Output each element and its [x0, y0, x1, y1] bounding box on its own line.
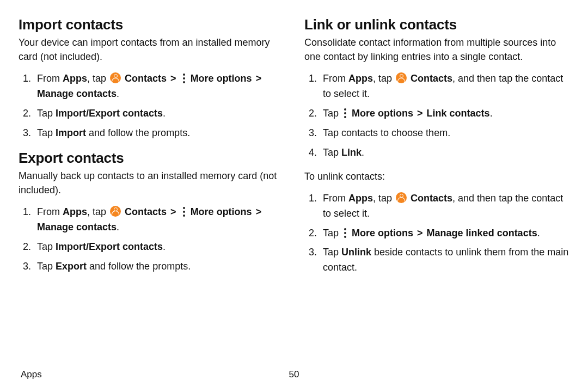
text: and follow the prompts.	[87, 261, 191, 272]
manage-linked-contacts-label: Manage linked contacts	[427, 228, 537, 238]
import-step-2: Tap Import/Export contacts.	[34, 106, 284, 121]
manage-contacts-label: Manage contacts	[37, 222, 117, 232]
contacts-icon	[396, 72, 407, 83]
left-column: Import contacts Your device can import c…	[19, 13, 284, 284]
more-options-icon	[342, 108, 348, 118]
text: From	[323, 73, 348, 84]
link-step-2: Tap More options > Link contacts.	[320, 106, 569, 121]
manage-contacts-label: Manage contacts	[37, 88, 117, 99]
chevron-icon: >	[169, 73, 177, 84]
unlink-intro: To unlink contacts:	[304, 169, 569, 183]
contacts-icon	[110, 72, 121, 83]
import-label: Import	[56, 127, 86, 138]
text: .	[362, 147, 364, 158]
contacts-label: Contacts	[411, 73, 452, 84]
text: Tap	[37, 127, 56, 138]
unlink-step-3: Tap Unlink beside contacts to unlink the…	[320, 245, 569, 275]
export-step-1: From Apps, tap Contacts > More options >…	[34, 205, 284, 235]
link-step-1: From Apps, tap Contacts, and then tap th…	[320, 71, 569, 102]
text: .	[117, 222, 119, 232]
text: Tap	[323, 247, 341, 258]
text: Tap	[37, 108, 56, 119]
export-step-3: Tap Export and follow the prompts.	[34, 259, 284, 274]
chevron-icon: >	[416, 228, 424, 238]
apps-label: Apps	[63, 73, 87, 84]
right-column: Link or unlink contacts Consolidate cont…	[304, 13, 569, 284]
import-export-label: Import/Export contacts	[56, 241, 163, 252]
text: .	[537, 228, 540, 238]
text: From	[37, 206, 63, 217]
more-options-icon	[342, 228, 348, 238]
text: Tap	[323, 108, 341, 119]
text: Tap	[37, 241, 56, 252]
import-contacts-heading: Import contacts	[19, 16, 284, 33]
text: From	[323, 193, 348, 204]
text: and follow the prompts.	[86, 127, 190, 138]
contacts-label: Contacts	[125, 206, 167, 217]
apps-label: Apps	[348, 193, 373, 204]
chevron-icon: >	[416, 108, 424, 119]
export-step-2: Tap Import/Export contacts.	[34, 240, 284, 255]
link-intro: Consolidate contact information from mul…	[304, 35, 569, 64]
link-step-4: Tap Link.	[320, 145, 569, 161]
more-options-label: More options	[352, 228, 413, 238]
text: Tap	[37, 261, 56, 272]
import-step-1: From Apps, tap Contacts > More options >…	[34, 71, 284, 102]
text: .	[117, 88, 119, 99]
link-steps: From Apps, tap Contacts, and then tap th…	[304, 71, 569, 160]
link-step-3: Tap contacts to choose them.	[320, 126, 569, 141]
text: .	[163, 241, 166, 252]
more-options-icon	[181, 74, 187, 83]
link-unlink-heading: Link or unlink contacts	[304, 16, 569, 33]
export-contacts-heading: Export contacts	[19, 150, 284, 167]
more-options-label: More options	[191, 73, 252, 84]
text: , tap	[373, 193, 395, 204]
text: From	[37, 73, 63, 84]
chevron-icon: >	[255, 73, 263, 84]
import-steps: From Apps, tap Contacts > More options >…	[19, 71, 284, 141]
link-contacts-label: Link contacts	[427, 108, 490, 119]
contacts-icon	[110, 206, 121, 217]
chevron-icon: >	[255, 206, 263, 217]
contacts-icon	[396, 192, 407, 203]
link-label: Link	[341, 147, 362, 158]
chevron-icon: >	[169, 206, 177, 217]
page: Import contacts Your device can import c…	[0, 0, 588, 392]
text: Tap contacts to choose them.	[323, 127, 450, 138]
text: .	[163, 108, 166, 119]
export-steps: From Apps, tap Contacts > More options >…	[19, 205, 284, 274]
apps-label: Apps	[63, 206, 87, 217]
text: , tap	[87, 206, 109, 217]
text: .	[490, 108, 493, 119]
export-label: Export	[56, 261, 87, 272]
unlink-step-1: From Apps, tap Contacts, and then tap th…	[320, 191, 569, 222]
text: Tap	[323, 147, 341, 158]
import-step-3: Tap Import and follow the prompts.	[34, 126, 284, 141]
contacts-label: Contacts	[411, 193, 452, 204]
apps-label: Apps	[348, 73, 373, 84]
more-options-label: More options	[191, 206, 252, 217]
unlink-label: Unlink	[341, 247, 371, 258]
import-export-label: Import/Export contacts	[56, 108, 163, 119]
contacts-label: Contacts	[125, 73, 167, 84]
columns: Import contacts Your device can import c…	[19, 13, 569, 284]
unlink-steps: From Apps, tap Contacts, and then tap th…	[304, 191, 569, 275]
page-number: 50	[289, 369, 299, 380]
text: , tap	[87, 73, 109, 84]
more-options-icon	[181, 207, 187, 217]
text: Tap	[323, 228, 341, 238]
text: , tap	[373, 73, 395, 84]
export-intro: Manually back up contacts to an installe…	[19, 169, 284, 197]
unlink-step-2: Tap More options > Manage linked contact…	[320, 226, 569, 241]
import-intro: Your device can import contacts from an …	[19, 35, 284, 64]
more-options-label: More options	[352, 108, 413, 119]
footer-section-label: Apps	[21, 369, 42, 380]
